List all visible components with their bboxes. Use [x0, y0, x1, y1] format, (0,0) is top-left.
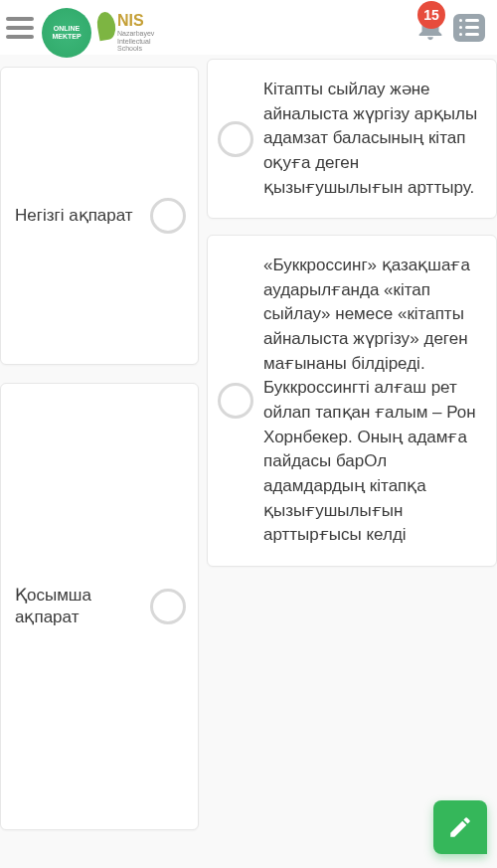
match-source-card-1[interactable]: Негізгі ақпарат	[0, 67, 199, 365]
nis-sub-3: Schools	[117, 45, 154, 53]
match-label-2: Қосымша ақпарат	[15, 585, 150, 628]
match-target-text-1: Кітапты сыйлау және айналыста жүргізу ар…	[263, 78, 492, 200]
match-circle-target-2[interactable]	[218, 383, 253, 419]
nis-text-block: NIS Nazarbayev Intellectual Schools	[117, 12, 154, 53]
left-column: Негізгі ақпарат Қосымша ақпарат	[0, 67, 199, 868]
nis-sub-2: Intellectual	[117, 38, 154, 46]
match-target-card-1[interactable]: Кітапты сыйлау және айналыста жүргізу ар…	[207, 59, 497, 219]
match-source-card-2[interactable]: Қосымша ақпарат	[0, 383, 199, 830]
notifications-button[interactable]: 15	[414, 9, 447, 47]
nis-title: NIS	[117, 12, 154, 30]
match-target-card-2[interactable]: «Буккроссинг» қазақшаға аударылғанда «кі…	[207, 235, 497, 567]
match-label-1: Негізгі ақпарат	[15, 205, 133, 227]
pencil-icon	[447, 814, 473, 840]
match-circle-source-1[interactable]	[150, 198, 186, 234]
logo-text-line1: ONLINE	[54, 25, 80, 33]
compose-button[interactable]	[433, 800, 487, 854]
app-header: ONLINE MEKTEP NIS Nazarbayev Intellectua…	[0, 0, 497, 55]
main-content: Негізгі ақпарат Қосымша ақпарат Кітапты …	[0, 55, 497, 868]
list-view-button[interactable]	[453, 14, 485, 42]
nis-sub-1: Nazarbayev	[117, 30, 154, 38]
match-circle-source-2[interactable]	[150, 589, 186, 624]
right-column: Кітапты сыйлау және айналыста жүргізу ар…	[199, 59, 497, 868]
notification-badge: 15	[417, 1, 445, 29]
nis-logo[interactable]: NIS Nazarbayev Intellectual Schools	[97, 12, 154, 53]
logo-text-line2: MEKTEP	[52, 33, 81, 41]
leaf-icon	[95, 11, 118, 42]
menu-icon[interactable]	[6, 13, 36, 43]
match-circle-target-1[interactable]	[218, 121, 253, 157]
online-mektep-logo[interactable]: ONLINE MEKTEP	[42, 8, 91, 58]
match-target-text-2: «Буккроссинг» қазақшаға аударылғанда «кі…	[263, 254, 492, 548]
